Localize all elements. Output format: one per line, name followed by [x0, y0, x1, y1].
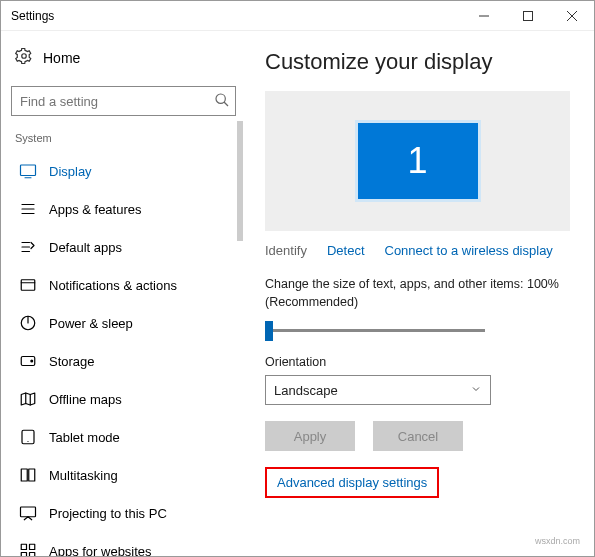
section-heading: System	[15, 132, 236, 144]
svg-rect-31	[21, 553, 26, 558]
sidebar-item-appsweb[interactable]: Apps for websites	[11, 532, 236, 557]
window-title: Settings	[11, 9, 54, 23]
sidebar-item-storage[interactable]: Storage	[11, 342, 236, 380]
display-preview: 1	[265, 91, 570, 231]
display-action-row: Identify Detect Connect to a wireless di…	[265, 243, 570, 258]
advanced-display-settings-link[interactable]: Advanced display settings	[265, 467, 439, 498]
apply-cancel-row: Apply Cancel	[265, 421, 570, 451]
svg-rect-7	[21, 165, 36, 176]
sidebar-scrollbar[interactable]	[237, 121, 243, 241]
svg-rect-1	[524, 11, 533, 20]
sidebar-item-defaultapps[interactable]: Default apps	[11, 228, 236, 266]
sidebar-item-label: Offline maps	[49, 392, 122, 407]
sidebar-item-display[interactable]: Display	[11, 152, 236, 190]
advanced-display-settings-label: Advanced display settings	[277, 475, 427, 490]
identify-button[interactable]: Identify	[265, 243, 307, 258]
sidebar-item-label: Multitasking	[49, 468, 118, 483]
svg-line-6	[224, 102, 228, 106]
close-icon	[567, 11, 577, 21]
tabletmode-icon	[19, 428, 37, 446]
multitasking-icon	[19, 466, 37, 484]
storage-icon	[19, 352, 37, 370]
sidebar-item-power[interactable]: Power & sleep	[11, 304, 236, 342]
main-panel: Customize your display 1 Identify Detect…	[241, 31, 594, 556]
sidebar-item-label: Storage	[49, 354, 95, 369]
sidebar-item-label: Power & sleep	[49, 316, 133, 331]
sidebar-item-label: Apps & features	[49, 202, 142, 217]
appsweb-icon	[19, 542, 37, 557]
window-controls	[462, 1, 594, 31]
sidebar-item-offlinemaps[interactable]: Offline maps	[11, 380, 236, 418]
apply-button[interactable]: Apply	[265, 421, 355, 451]
slider-thumb[interactable]	[265, 321, 273, 341]
sidebar-item-label: Apps for websites	[49, 544, 152, 558]
title-bar: Settings	[1, 1, 594, 31]
defaultapps-icon	[19, 238, 37, 256]
svg-rect-32	[30, 553, 35, 558]
sidebar-item-tabletmode[interactable]: Tablet mode	[11, 418, 236, 456]
svg-rect-28	[21, 507, 36, 517]
slider-track	[265, 329, 485, 332]
svg-rect-30	[30, 544, 35, 549]
home-button[interactable]: Home	[11, 41, 236, 74]
svg-rect-29	[21, 544, 26, 549]
sidebar-item-apps[interactable]: Apps & features	[11, 190, 236, 228]
apps-icon	[19, 200, 37, 218]
sidebar-item-label: Default apps	[49, 240, 122, 255]
svg-point-20	[31, 360, 33, 362]
svg-rect-27	[29, 469, 35, 481]
projecting-icon	[19, 504, 37, 522]
svg-marker-21	[21, 393, 35, 405]
connect-wireless-link[interactable]: Connect to a wireless display	[385, 243, 553, 258]
scale-slider[interactable]	[265, 321, 485, 341]
monitor-number: 1	[407, 140, 427, 182]
svg-point-5	[216, 94, 225, 103]
gear-icon	[15, 47, 33, 68]
svg-rect-26	[21, 469, 27, 481]
orientation-select[interactable]: Landscape	[265, 375, 491, 405]
detect-button[interactable]: Detect	[327, 243, 365, 258]
sidebar-item-projecting[interactable]: Projecting to this PC	[11, 494, 236, 532]
scale-label: Change the size of text, apps, and other…	[265, 276, 570, 311]
sidebar-item-label: Display	[49, 164, 92, 179]
orientation-value: Landscape	[274, 383, 338, 398]
cancel-button[interactable]: Cancel	[373, 421, 463, 451]
svg-point-4	[22, 54, 27, 59]
sidebar-item-notifications[interactable]: Notifications & actions	[11, 266, 236, 304]
sidebar-item-label: Tablet mode	[49, 430, 120, 445]
sidebar: Home System DisplayApps & featuresDefaul…	[1, 31, 241, 556]
page-title: Customize your display	[265, 49, 570, 75]
watermark: wsxdn.com	[535, 536, 580, 546]
search-icon	[214, 92, 230, 111]
sidebar-item-label: Projecting to this PC	[49, 506, 167, 521]
maximize-button[interactable]	[506, 1, 550, 31]
search-input[interactable]	[11, 86, 236, 116]
home-label: Home	[43, 50, 80, 66]
sidebar-item-multitasking[interactable]: Multitasking	[11, 456, 236, 494]
svg-rect-15	[21, 280, 35, 291]
search-field-wrap	[11, 86, 236, 116]
offlinemaps-icon	[19, 390, 37, 408]
chevron-down-icon	[470, 383, 482, 398]
minimize-icon	[479, 11, 489, 21]
monitor-tile-1[interactable]: 1	[358, 123, 478, 199]
minimize-button[interactable]	[462, 1, 506, 31]
maximize-icon	[523, 11, 533, 21]
power-icon	[19, 314, 37, 332]
notifications-icon	[19, 276, 37, 294]
display-icon	[19, 162, 37, 180]
sidebar-item-label: Notifications & actions	[49, 278, 177, 293]
close-button[interactable]	[550, 1, 594, 31]
orientation-label: Orientation	[265, 355, 570, 369]
nav-list: DisplayApps & featuresDefault appsNotifi…	[11, 152, 236, 557]
